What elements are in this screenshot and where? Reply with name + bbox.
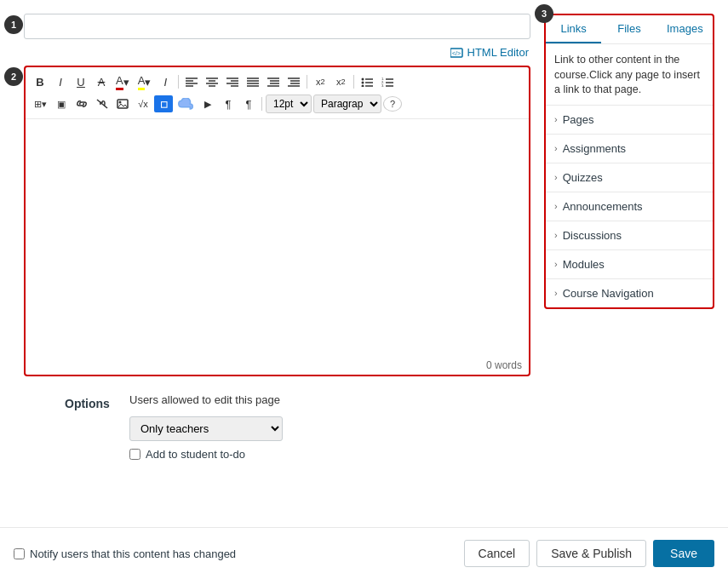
divider-1 [178,75,179,89]
italic2-button[interactable]: I [156,72,175,91]
panel-description: Link to other content in the course.Clic… [546,44,713,105]
editor-body[interactable] [26,119,529,358]
link-item-discussions[interactable]: › Discussions [546,221,713,249]
svg-point-26 [362,78,364,81]
superscript-button[interactable]: x2 [311,72,330,91]
notify-row: Notify users that this content has chang… [14,547,236,560]
link-item-assignments-label: Assignments [563,142,626,155]
align-justify-icon [247,77,259,87]
link-item-announcements-label: Announcements [563,200,643,213]
link-item-announcements[interactable]: › Announcements [546,192,713,221]
svg-point-30 [362,85,364,88]
bullet-list-icon [361,77,373,87]
todo-checkbox[interactable] [129,449,140,460]
align-right-button[interactable] [223,72,242,91]
svg-point-28 [362,82,364,84]
table-button[interactable]: ⊞▾ [31,95,50,113]
unlink-icon [96,99,108,109]
link-item-modules-label: Modules [563,258,605,271]
todo-label: Add to student to-do [146,448,245,461]
notify-checkbox[interactable] [14,548,25,559]
divider-2 [307,75,307,89]
align-justify-button[interactable] [244,72,262,91]
outdent-button[interactable] [284,72,303,91]
video-button[interactable]: ▶ [198,95,217,113]
svg-text:3.: 3. [381,83,384,87]
font-size-select[interactable]: 12pt 14pt 18pt 24pt [266,95,312,113]
align-left-button[interactable] [182,72,201,91]
save-publish-button[interactable]: Save & Publish [536,540,646,567]
link-item-course-navigation[interactable]: › Course Navigation [546,278,713,307]
notify-label: Notify users that this content has chang… [30,547,236,560]
format-select[interactable]: Paragraph Heading 1 Heading 2 [313,95,381,113]
link-item-course-navigation-label: Course Navigation [563,287,654,300]
bullet-list-button[interactable] [358,72,376,91]
right-panel: Links Files Images Link to other content… [544,14,714,309]
users-allowed-label: Users allowed to edit this page [129,393,283,406]
subscript-button[interactable]: x2 [331,72,350,91]
media-button[interactable]: ▣ [52,95,71,113]
font-color2-button[interactable]: A ▾ [135,72,155,91]
chevron-modules-icon: › [554,259,558,269]
tab-images[interactable]: Images [657,15,713,43]
italic-button[interactable]: I [51,72,70,91]
pilcrow-button[interactable]: ¶ [239,95,258,113]
divider-4 [261,97,262,111]
image-icon [117,99,129,109]
link-item-quizzes-label: Quizzes [563,171,603,184]
tab-links[interactable]: Links [546,15,601,43]
editor-container: B I U A A ▾ A ▾ I [24,66,530,376]
link-item-quizzes[interactable]: › Quizzes [546,163,713,192]
font-color-button[interactable]: A ▾ [112,72,133,91]
align-center-icon [206,77,218,87]
tab-files[interactable]: Files [601,15,656,43]
unlink-button[interactable] [93,95,112,113]
link-item-assignments[interactable]: › Assignments [546,134,713,163]
chevron-pages-icon: › [554,114,558,124]
chevron-discussions-icon: › [554,230,558,240]
equation-button[interactable]: √x [134,95,152,113]
bold-button[interactable]: B [31,72,49,91]
todo-row: Add to student to-do [129,448,283,461]
cloud-icon [178,98,193,110]
align-center-button[interactable] [203,72,221,91]
footer: Notify users that this content has chang… [0,527,728,579]
link-item-modules[interactable]: › Modules [546,249,713,278]
align-right-icon [226,77,238,87]
users-select[interactable]: Only teachers Teachers and students Anyo… [129,416,283,441]
link-icon [76,99,88,109]
html-editor-link[interactable]: </> HTML Editor [14,46,530,59]
word-count: 0 words [26,358,529,375]
badge-1: 1 [4,15,23,34]
divider-3 [353,75,354,89]
editor-toolbar: B I U A A ▾ A ▾ I [26,67,529,119]
link-button[interactable] [72,95,91,113]
chevron-announcements-icon: › [554,201,558,211]
link-item-discussions-label: Discussions [563,229,622,242]
tab-row: Links Files Images [546,15,713,44]
save-button[interactable]: Save [653,540,714,567]
cloud-button[interactable] [175,95,197,113]
html-editor-icon: </> [450,47,464,59]
outdent-icon [288,77,300,87]
strikethrough-button[interactable]: A [92,72,111,91]
title-input[interactable] [24,14,530,39]
underline-button[interactable]: U [72,72,90,91]
toolbar-row-2: ⊞▾ ▣ √x ◻ [31,93,524,115]
options-label: Options [65,393,116,410]
options-controls: Users allowed to edit this page Only tea… [129,393,283,461]
paragraph-mark-button[interactable]: ¶ [219,95,238,113]
indent-icon [267,77,279,87]
chevron-course-navigation-icon: › [554,288,558,298]
badge-2: 2 [4,67,23,86]
image-button[interactable] [113,95,132,113]
cancel-button[interactable]: Cancel [464,540,530,567]
box-button[interactable]: ◻ [154,95,173,112]
indent-button[interactable] [264,72,283,91]
link-item-pages[interactable]: › Pages [546,105,713,134]
badge-3: 3 [535,4,553,23]
numbered-list-button[interactable]: 1.2.3. [378,72,397,91]
help-button[interactable]: ? [383,96,402,112]
svg-text:</>: </> [452,50,461,56]
chevron-quizzes-icon: › [554,172,558,182]
